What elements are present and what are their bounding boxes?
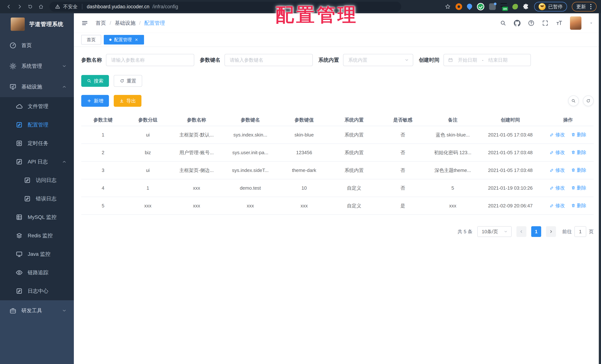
log-edit-icon xyxy=(16,158,23,165)
goto-page: 前往 页 xyxy=(562,226,594,237)
monitor-icon xyxy=(16,250,23,258)
param-name-input[interactable] xyxy=(106,54,194,66)
plus-icon xyxy=(87,98,91,103)
url-host: dashboard.yudao.iocoder.cn xyxy=(87,4,149,10)
tag-view-bar: 首页 配置管理 xyxy=(74,33,601,47)
edit-icon xyxy=(550,132,554,137)
page-number-1[interactable]: 1 xyxy=(531,226,541,237)
edit-link[interactable]: 修改 xyxy=(550,167,565,173)
sidebar-logo[interactable]: 芋道管理系统 xyxy=(0,13,74,35)
tab-config-management[interactable]: 配置管理 xyxy=(104,35,144,44)
extension-icon-on-badge[interactable]: on xyxy=(501,3,508,10)
header-actions xyxy=(500,16,594,30)
param-key-input[interactable] xyxy=(224,54,313,66)
search-icon[interactable] xyxy=(500,20,506,26)
font-size-icon[interactable] xyxy=(556,20,563,26)
sidebar-item-mysql-monitor[interactable]: MySQL 监控 xyxy=(0,208,74,226)
chevron-up-icon xyxy=(62,159,67,164)
browser-menu-icon[interactable] xyxy=(590,6,591,7)
app-window: 芋道管理系统 首页 系统管理 基础设施 文件管理 配置管理 xyxy=(0,13,601,364)
log-center-icon xyxy=(16,287,23,295)
fullscreen-icon[interactable] xyxy=(542,20,549,26)
browser-reload-button[interactable] xyxy=(26,2,35,11)
page-unit-label: 页 xyxy=(589,228,594,235)
sidebar-item-home[interactable]: 首页 xyxy=(0,35,74,56)
user-avatar[interactable] xyxy=(570,16,581,30)
delete-link[interactable]: 删除 xyxy=(571,131,586,138)
breadcrumb-home[interactable]: 首页 xyxy=(96,20,106,27)
col-param-group: 参数分组 xyxy=(125,114,171,126)
page-size-select[interactable]: 10条/页 xyxy=(477,226,512,237)
delete-link[interactable]: 删除 xyxy=(571,202,586,209)
bookmark-star-icon[interactable] xyxy=(445,4,451,10)
sidebar-item-config-management[interactable]: 配置管理 xyxy=(0,116,74,134)
sidebar-item-file-management[interactable]: 文件管理 xyxy=(0,97,74,116)
system-builtin-select[interactable]: 系统内置 xyxy=(343,54,413,66)
github-icon[interactable] xyxy=(514,20,521,26)
scrollbar[interactable] xyxy=(599,13,601,364)
angle-left-icon xyxy=(519,229,524,234)
toolbar-row: 新增 导出 xyxy=(81,95,594,107)
sidebar-item-java-monitor[interactable]: Java 监控 xyxy=(0,245,74,263)
extension-icon-blue-pin[interactable] xyxy=(466,3,473,10)
col-param-name: 参数名称 xyxy=(171,114,222,126)
profile-paused-badge[interactable]: 已暂停 xyxy=(534,2,567,11)
sidebar-collapse-button[interactable] xyxy=(81,20,88,27)
delete-link[interactable]: 删除 xyxy=(571,149,586,156)
close-icon[interactable] xyxy=(134,38,139,42)
export-button[interactable]: 导出 xyxy=(114,95,141,107)
delete-link[interactable]: 删除 xyxy=(571,167,586,173)
next-page-button[interactable] xyxy=(546,226,556,237)
table-header-row: 参数主键 参数分组 参数名称 参数键名 参数键值 系统内置 是否敏感 备注 创建… xyxy=(81,114,594,126)
reset-button[interactable]: 重置 xyxy=(114,75,142,87)
edit-link[interactable]: 修改 xyxy=(550,131,565,138)
search-button[interactable]: 搜索 xyxy=(81,75,109,87)
row-actions: 修改 删除 xyxy=(542,144,594,162)
sidebar-item-scheduled-tasks[interactable]: 定时任务 xyxy=(0,134,74,152)
sidebar-item-trace[interactable]: 链路追踪 xyxy=(0,263,74,282)
delete-link[interactable]: 删除 xyxy=(571,185,586,191)
sidebar-item-api-logs[interactable]: API 日志 xyxy=(0,152,74,171)
download-icon xyxy=(119,98,124,103)
extension-icon-gray[interactable] xyxy=(489,3,496,10)
edit-link[interactable]: 修改 xyxy=(550,202,565,209)
extension-icon-green[interactable] xyxy=(512,4,518,10)
browser-home-button[interactable] xyxy=(37,2,45,11)
sidebar-item-error-logs[interactable]: 错误日志 xyxy=(0,190,74,208)
profile-avatar-icon xyxy=(539,3,546,10)
config-table: 参数主键 参数分组 参数名称 参数键名 参数键值 系统内置 是否敏感 备注 创建… xyxy=(81,114,594,215)
prev-page-button[interactable] xyxy=(516,226,526,237)
sidebar-item-system-management[interactable]: 系统管理 xyxy=(0,56,74,76)
extension-icon-green-check[interactable] xyxy=(477,3,484,10)
browser-forward-button[interactable] xyxy=(15,2,24,11)
extension-icon-orange[interactable] xyxy=(455,3,462,10)
sidebar-item-log-center[interactable]: 日志中心 xyxy=(0,282,74,300)
sidebar-item-infrastructure[interactable]: 基础设施 xyxy=(0,76,74,97)
filter-create-time: 创建时间 开始日期 - 结束日期 xyxy=(419,54,531,66)
edit-link[interactable]: 修改 xyxy=(550,185,565,191)
chevron-down-icon xyxy=(62,308,67,313)
timer-icon xyxy=(16,140,23,147)
toggle-search-button[interactable] xyxy=(568,95,579,106)
edit-link[interactable]: 修改 xyxy=(550,149,565,156)
date-range-picker[interactable]: 开始日期 - 结束日期 xyxy=(443,54,531,66)
trash-icon xyxy=(571,150,576,155)
goto-page-input[interactable] xyxy=(574,226,586,237)
caret-down-icon[interactable] xyxy=(589,21,594,25)
extensions-puzzle-icon[interactable] xyxy=(523,3,529,10)
row-actions: 修改 删除 xyxy=(542,162,594,179)
error-log-icon xyxy=(24,195,31,202)
browser-update-button[interactable]: 更新 xyxy=(572,2,597,11)
browser-back-button[interactable] xyxy=(4,2,13,11)
table-row: 41 xxxdemo.test 10自定义 否5 2021-01-19 03:1… xyxy=(81,179,594,197)
refresh-table-button[interactable] xyxy=(583,95,594,106)
sidebar-item-redis-monitor[interactable]: Redis 监控 xyxy=(0,226,74,245)
help-icon[interactable] xyxy=(528,20,534,26)
tab-home[interactable]: 首页 xyxy=(81,35,101,44)
sidebar-item-dev-tools[interactable]: 研发工具 xyxy=(0,300,74,321)
refresh-icon xyxy=(586,98,591,103)
sidebar-item-access-logs[interactable]: 访问日志 xyxy=(0,171,74,190)
breadcrumb-infrastructure[interactable]: 基础设施 xyxy=(115,20,136,27)
row-actions: 修改 删除 xyxy=(542,126,594,144)
add-button[interactable]: 新增 xyxy=(81,95,109,107)
